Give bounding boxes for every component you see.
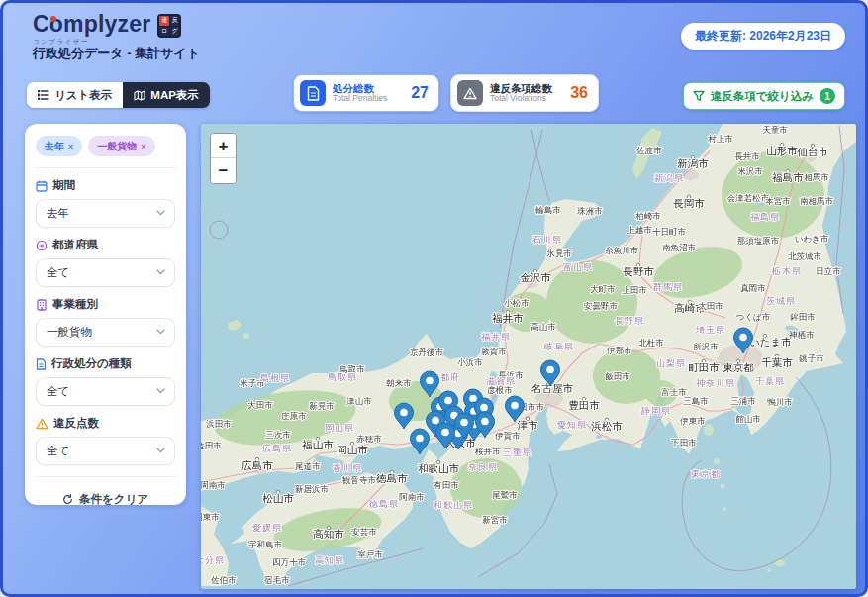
- map-label: 観音寺市: [342, 475, 377, 485]
- clear-filters-button[interactable]: 条件をクリア: [36, 492, 175, 507]
- map-label: 佐渡市: [635, 146, 662, 155]
- map-label: 岡山市: [337, 444, 368, 455]
- map-label: 岡山県: [325, 423, 354, 433]
- chip-label: 去年: [45, 140, 64, 153]
- map-label: 静岡県: [640, 406, 671, 416]
- business-type-select[interactable]: 一般貨物: [36, 318, 175, 347]
- violation-filter-label: 違反条項で絞り込み: [711, 89, 814, 104]
- map-label: 真岡市: [740, 283, 766, 293]
- document-icon: [300, 80, 326, 106]
- map-label: 輪島市: [535, 205, 561, 215]
- map-label: 神奈川県: [696, 378, 735, 388]
- stat-card-penalties: 処分総数 Total Penalties 27: [293, 74, 439, 112]
- map-label: 敦賀市: [481, 347, 507, 356]
- stat-violations-sub: Total Violations: [490, 94, 563, 104]
- chip-last-year[interactable]: 去年 ×: [36, 136, 82, 156]
- violation-filter-button[interactable]: 違反条項で絞り込み 1: [683, 82, 845, 110]
- refresh-icon: [62, 494, 73, 505]
- map-label: 桜井市: [474, 447, 501, 456]
- map-label: 金沢市: [520, 271, 551, 283]
- zoom-in-button[interactable]: +: [211, 134, 236, 158]
- map-label: いわき市: [795, 234, 829, 244]
- period-select-value: 去年: [47, 206, 69, 221]
- map-label: 米沢市: [737, 166, 763, 176]
- calendar-icon: [36, 180, 48, 192]
- map-label: 岐阜県: [544, 342, 574, 351]
- logo-badge-cell: 違: [159, 16, 169, 26]
- chip-close-icon[interactable]: ×: [141, 142, 145, 151]
- violation-points-select[interactable]: 全て: [36, 437, 175, 465]
- map-label: 徳島県: [369, 499, 399, 509]
- map-label: 滋賀県: [486, 376, 516, 386]
- map-label: 伊那市: [607, 346, 632, 355]
- filter-count-badge: 1: [820, 88, 835, 104]
- map-label: 香川県: [333, 463, 362, 473]
- map-label: 村上市: [707, 134, 733, 144]
- map-canvas[interactable]: + −: [201, 124, 856, 589]
- logo: Complyzer コンプライザー 違 反 ロ グ: [33, 13, 181, 47]
- prefecture-select[interactable]: 全て: [36, 258, 175, 287]
- chip-close-icon[interactable]: ×: [68, 142, 73, 151]
- map-label: 富山県: [563, 262, 593, 272]
- island-izu: [723, 507, 726, 511]
- chevron-down-icon: [156, 210, 165, 216]
- map-view-button[interactable]: MAP表示: [123, 82, 210, 108]
- alert-triangle-icon: [457, 80, 483, 106]
- map-label: 南相馬市: [800, 196, 834, 206]
- map-label: 柏崎市: [634, 211, 661, 221]
- map-label: 長野県: [615, 316, 644, 326]
- penalty-type-select[interactable]: 全て: [36, 377, 175, 406]
- map-label: 氷見市: [546, 249, 572, 258]
- file-icon: [36, 358, 47, 370]
- map-label: 神栖市: [788, 330, 815, 340]
- complyzer-app: Complyzer コンプライザー 違 反 ロ グ 行政処分データ - 集計サイ…: [0, 0, 868, 597]
- map-label: 珠洲市: [577, 206, 603, 216]
- map-label: 新居浜市: [295, 484, 330, 494]
- filter-sidebar: 去年 × 一般貨物 × 期間 去年 都道府県 全て 事業種別: [25, 124, 186, 505]
- map-label: 群馬県: [653, 282, 683, 292]
- map-label: 大分県: [201, 555, 225, 565]
- map-label: 長野市: [623, 265, 654, 277]
- map-label: 南魚沼市: [662, 243, 697, 252]
- map-label: 新潟市: [677, 157, 709, 169]
- map-label: 愛知県: [557, 420, 587, 430]
- map-label: 広島県: [262, 444, 292, 453]
- filter-label-penalty-type: 行政処分の種類: [36, 356, 175, 371]
- zoom-out-button[interactable]: −: [211, 158, 236, 183]
- map-label: 北杜市: [638, 338, 664, 348]
- map-icon: [134, 90, 145, 101]
- map-label: 尾道市: [295, 461, 321, 471]
- map-label: 新見市: [309, 401, 335, 411]
- list-view-button[interactable]: リスト表示: [27, 82, 123, 108]
- map-label: 福井県: [481, 332, 511, 342]
- active-filter-chips: 去年 × 一般貨物 ×: [36, 136, 175, 156]
- map-label: 大町市: [590, 284, 616, 294]
- map-label: 高山市: [530, 322, 556, 332]
- violation-points-select-value: 全て: [47, 444, 69, 458]
- last-update-badge: 最終更新: 2026年2月23日: [681, 23, 845, 50]
- map-label: 糸魚川市: [605, 246, 639, 255]
- map-label: 館山市: [735, 414, 761, 424]
- map-label: 浜田市: [206, 419, 232, 429]
- logo-badge-icon: 違 反 ロ グ: [157, 14, 181, 38]
- map-label: 会津若松市: [727, 193, 770, 203]
- island-oki2: [243, 333, 249, 339]
- map-label: 長岡市: [673, 197, 705, 209]
- island-izu: [714, 458, 720, 464]
- map-label: 宇和島市: [248, 540, 283, 549]
- stat-violations-value: 36: [570, 84, 588, 102]
- map-label: 栃木県: [771, 266, 802, 276]
- map-label: 益田市: [201, 441, 222, 450]
- map-label: 三島市: [683, 396, 709, 406]
- map-label: 尾鷲市: [492, 490, 518, 500]
- map-label: 上越市: [627, 225, 652, 235]
- map-label: 仙台市: [797, 146, 828, 157]
- map-label: 阿南市: [399, 492, 425, 502]
- map-label: 三重県: [503, 448, 532, 457]
- period-select[interactable]: 去年: [36, 199, 175, 228]
- map-label: 埼玉県: [695, 325, 725, 335]
- chevron-down-icon: [156, 448, 165, 453]
- map-label: 宿毛市: [263, 575, 290, 585]
- map-label: 周南市: [201, 480, 226, 490]
- chip-general-cargo[interactable]: 一般貨物 ×: [88, 136, 154, 156]
